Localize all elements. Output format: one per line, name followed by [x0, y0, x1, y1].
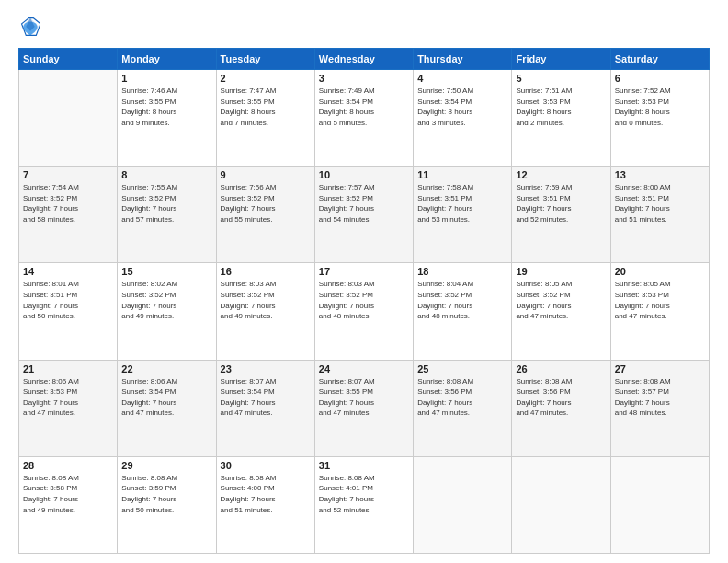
day-number: 22 — [121, 363, 211, 374]
calendar-week-row: 1Sunrise: 7:46 AMSunset: 3:55 PMDaylight… — [19, 70, 710, 167]
calendar-cell: 26Sunrise: 8:08 AMSunset: 3:56 PMDayligh… — [512, 360, 610, 456]
day-number: 29 — [121, 460, 211, 471]
day-number: 8 — [121, 169, 211, 180]
day-number: 18 — [417, 266, 507, 277]
day-info: Sunrise: 8:08 AMSunset: 4:00 PMDaylight:… — [221, 473, 311, 515]
calendar-cell: 22Sunrise: 8:06 AMSunset: 3:54 PMDayligh… — [118, 360, 216, 456]
calendar-cell — [610, 456, 709, 553]
header — [18, 17, 710, 40]
calendar-cell: 21Sunrise: 8:06 AMSunset: 3:53 PMDayligh… — [19, 360, 118, 456]
calendar-weekday-sunday: Sunday — [19, 49, 118, 70]
day-info: Sunrise: 7:52 AMSunset: 3:53 PMDaylight:… — [615, 86, 705, 128]
calendar-cell: 20Sunrise: 8:05 AMSunset: 3:53 PMDayligh… — [610, 263, 709, 360]
day-info: Sunrise: 7:47 AMSunset: 3:55 PMDaylight:… — [221, 86, 311, 128]
calendar-table: SundayMondayTuesdayWednesdayThursdayFrid… — [18, 48, 710, 554]
day-info: Sunrise: 7:57 AMSunset: 3:52 PMDaylight:… — [319, 182, 409, 224]
calendar-weekday-tuesday: Tuesday — [216, 49, 314, 70]
day-number: 12 — [516, 169, 606, 180]
logo-icon — [20, 17, 40, 37]
day-info: Sunrise: 8:07 AMSunset: 3:55 PMDaylight:… — [319, 376, 409, 419]
day-info: Sunrise: 8:08 AMSunset: 3:57 PMDaylight:… — [615, 376, 705, 419]
day-number: 5 — [516, 73, 606, 84]
calendar-cell: 13Sunrise: 8:00 AMSunset: 3:51 PMDayligh… — [610, 167, 709, 263]
day-info: Sunrise: 7:46 AMSunset: 3:55 PMDaylight:… — [121, 86, 211, 128]
logo — [18, 17, 42, 40]
calendar-cell — [414, 456, 512, 553]
day-info: Sunrise: 8:05 AMSunset: 3:53 PMDaylight:… — [615, 279, 705, 321]
day-number: 28 — [23, 460, 113, 471]
day-number: 27 — [615, 363, 705, 374]
day-number: 26 — [516, 363, 606, 374]
calendar-cell: 23Sunrise: 8:07 AMSunset: 3:54 PMDayligh… — [216, 360, 314, 456]
calendar-cell: 19Sunrise: 8:05 AMSunset: 3:52 PMDayligh… — [512, 263, 610, 360]
calendar-cell: 28Sunrise: 8:08 AMSunset: 3:58 PMDayligh… — [19, 456, 118, 553]
day-number: 3 — [319, 73, 409, 84]
calendar-cell: 8Sunrise: 7:55 AMSunset: 3:52 PMDaylight… — [118, 167, 216, 263]
day-info: Sunrise: 8:08 AMSunset: 3:56 PMDaylight:… — [417, 376, 507, 419]
calendar-cell: 15Sunrise: 8:02 AMSunset: 3:52 PMDayligh… — [118, 263, 216, 360]
calendar-cell: 11Sunrise: 7:58 AMSunset: 3:51 PMDayligh… — [414, 167, 512, 263]
day-info: Sunrise: 8:06 AMSunset: 3:54 PMDaylight:… — [121, 376, 211, 419]
day-number: 15 — [121, 266, 211, 277]
day-number: 31 — [319, 460, 409, 471]
day-info: Sunrise: 7:49 AMSunset: 3:54 PMDaylight:… — [319, 86, 409, 128]
day-number: 6 — [615, 73, 705, 84]
calendar-weekday-thursday: Thursday — [414, 49, 512, 70]
day-info: Sunrise: 8:08 AMSunset: 3:58 PMDaylight:… — [23, 473, 113, 515]
day-number: 10 — [319, 169, 409, 180]
day-number: 4 — [417, 73, 507, 84]
day-number: 25 — [417, 363, 507, 374]
calendar-cell: 7Sunrise: 7:54 AMSunset: 3:52 PMDaylight… — [19, 167, 118, 263]
day-info: Sunrise: 7:56 AMSunset: 3:52 PMDaylight:… — [221, 182, 311, 224]
day-info: Sunrise: 8:06 AMSunset: 3:53 PMDaylight:… — [23, 376, 113, 419]
day-info: Sunrise: 7:51 AMSunset: 3:53 PMDaylight:… — [516, 86, 606, 128]
calendar-cell: 31Sunrise: 8:08 AMSunset: 4:01 PMDayligh… — [314, 456, 413, 553]
calendar-cell: 12Sunrise: 7:59 AMSunset: 3:51 PMDayligh… — [512, 167, 610, 263]
day-number: 13 — [615, 169, 705, 180]
calendar-cell: 6Sunrise: 7:52 AMSunset: 3:53 PMDaylight… — [610, 70, 709, 167]
day-number: 23 — [221, 363, 311, 374]
day-info: Sunrise: 8:00 AMSunset: 3:51 PMDaylight:… — [615, 182, 705, 224]
day-number: 1 — [121, 73, 211, 84]
day-number: 9 — [221, 169, 311, 180]
calendar-cell: 27Sunrise: 8:08 AMSunset: 3:57 PMDayligh… — [610, 360, 709, 456]
day-info: Sunrise: 8:03 AMSunset: 3:52 PMDaylight:… — [319, 279, 409, 321]
day-info: Sunrise: 8:08 AMSunset: 3:56 PMDaylight:… — [516, 376, 606, 419]
calendar-cell: 17Sunrise: 8:03 AMSunset: 3:52 PMDayligh… — [314, 263, 413, 360]
calendar-weekday-friday: Friday — [512, 49, 610, 70]
day-info: Sunrise: 7:54 AMSunset: 3:52 PMDaylight:… — [23, 182, 113, 224]
day-info: Sunrise: 8:05 AMSunset: 3:52 PMDaylight:… — [516, 279, 606, 321]
calendar-cell: 3Sunrise: 7:49 AMSunset: 3:54 PMDaylight… — [314, 70, 413, 167]
day-info: Sunrise: 7:50 AMSunset: 3:54 PMDaylight:… — [417, 86, 507, 128]
calendar-cell: 24Sunrise: 8:07 AMSunset: 3:55 PMDayligh… — [314, 360, 413, 456]
day-number: 16 — [221, 266, 311, 277]
calendar-week-row: 28Sunrise: 8:08 AMSunset: 3:58 PMDayligh… — [19, 456, 710, 553]
day-number: 30 — [221, 460, 311, 471]
day-info: Sunrise: 7:59 AMSunset: 3:51 PMDaylight:… — [516, 182, 606, 224]
day-number: 20 — [615, 266, 705, 277]
calendar-cell: 10Sunrise: 7:57 AMSunset: 3:52 PMDayligh… — [314, 167, 413, 263]
calendar-weekday-monday: Monday — [118, 49, 216, 70]
day-info: Sunrise: 8:03 AMSunset: 3:52 PMDaylight:… — [221, 279, 311, 321]
day-info: Sunrise: 8:08 AMSunset: 3:59 PMDaylight:… — [121, 473, 211, 515]
day-number: 7 — [23, 169, 113, 180]
day-info: Sunrise: 8:02 AMSunset: 3:52 PMDaylight:… — [121, 279, 211, 321]
day-info: Sunrise: 8:08 AMSunset: 4:01 PMDaylight:… — [319, 473, 409, 515]
day-number: 19 — [516, 266, 606, 277]
day-number: 14 — [23, 266, 113, 277]
calendar-cell — [19, 70, 118, 167]
calendar-cell: 14Sunrise: 8:01 AMSunset: 3:51 PMDayligh… — [19, 263, 118, 360]
page: SundayMondayTuesdayWednesdayThursdayFrid… — [0, 0, 728, 563]
calendar-cell: 9Sunrise: 7:56 AMSunset: 3:52 PMDaylight… — [216, 167, 314, 263]
day-number: 21 — [23, 363, 113, 374]
calendar-cell: 16Sunrise: 8:03 AMSunset: 3:52 PMDayligh… — [216, 263, 314, 360]
calendar-cell: 29Sunrise: 8:08 AMSunset: 3:59 PMDayligh… — [118, 456, 216, 553]
calendar-cell: 25Sunrise: 8:08 AMSunset: 3:56 PMDayligh… — [414, 360, 512, 456]
day-number: 11 — [417, 169, 507, 180]
calendar-week-row: 21Sunrise: 8:06 AMSunset: 3:53 PMDayligh… — [19, 360, 710, 456]
calendar-cell: 4Sunrise: 7:50 AMSunset: 3:54 PMDaylight… — [414, 70, 512, 167]
calendar-cell: 5Sunrise: 7:51 AMSunset: 3:53 PMDaylight… — [512, 70, 610, 167]
calendar-cell — [512, 456, 610, 553]
day-number: 2 — [221, 73, 311, 84]
calendar-cell: 30Sunrise: 8:08 AMSunset: 4:00 PMDayligh… — [216, 456, 314, 553]
